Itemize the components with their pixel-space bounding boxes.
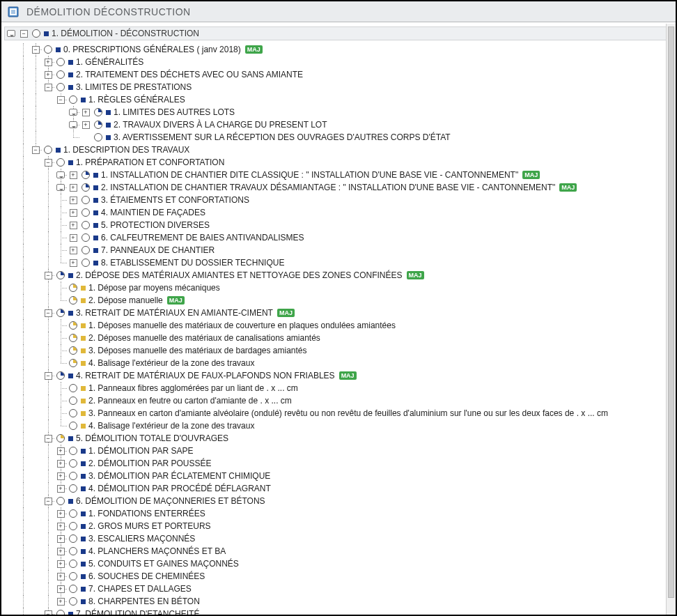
tree-item[interactable]: + 5. PROTECTION DIVERSES — [4, 219, 673, 231]
tree-item[interactable]: + 1. DÉMOLITION PAR SAPE — [4, 445, 673, 457]
tree-item[interactable]: + 3. ESCALIERS MAÇONNÉS — [4, 532, 673, 545]
expand-toggle[interactable]: + — [70, 259, 77, 267]
tree-item-label: 8. CHARPENTES EN BÉTON — [86, 596, 200, 606]
tree-item[interactable]: + 2. TRAITEMENT DES DÉCHETS AVEC OU SANS… — [4, 68, 673, 81]
tree-item-label: 2. INSTALLATION DE CHANTIER TRAVAUX DÉSA… — [101, 183, 555, 192]
expand-toggle[interactable]: + — [57, 472, 65, 480]
node-marker — [81, 549, 86, 554]
collapse-toggle[interactable]: − — [45, 309, 52, 317]
tree-item[interactable]: − 6. DÉMOLITION DE MAÇONNERIES ET BÉTONS — [4, 495, 673, 507]
tree-item[interactable]: + 1. FONDATIONS ENTERRÉES — [4, 507, 673, 520]
tree-item[interactable]: − 3. RETRAIT DE MATÉRIAUX EN AMIANTE-CIM… — [4, 307, 673, 319]
expand-toggle[interactable]: + — [70, 247, 77, 254]
expand-toggle[interactable]: + — [57, 560, 65, 568]
tree-item[interactable]: + 7. CHAPES ET DALLAGES — [4, 583, 673, 595]
expand-toggle[interactable]: + — [70, 171, 77, 179]
tree-item[interactable]: 1. Dépose par moyens mécaniques — [4, 282, 673, 294]
expand-toggle[interactable]: + — [57, 573, 65, 580]
tree-item[interactable]: + 2. TRAVAUX DIVERS À LA CHARGE DU PRESE… — [4, 118, 673, 131]
expand-toggle[interactable]: + — [57, 548, 65, 555]
expand-toggle[interactable]: + — [45, 59, 52, 66]
expand-toggle[interactable]: + — [82, 121, 90, 129]
expand-toggle[interactable]: + — [70, 184, 77, 192]
node-status-icon — [81, 171, 90, 179]
tree-item[interactable]: + 5. CONDUITS ET GAINES MAÇONNÉS — [4, 557, 673, 570]
expand-toggle[interactable]: + — [70, 234, 77, 242]
tree-item[interactable]: 3. AVERTISSEMENT SUR LA RÉCEPTION DES OU… — [4, 131, 673, 144]
book-icon — [7, 5, 21, 19]
collapse-toggle[interactable]: − — [45, 498, 52, 505]
tree-item[interactable]: 1. Panneaux fibres agglomérées par un li… — [4, 382, 673, 394]
collapse-toggle[interactable]: − — [45, 435, 52, 442]
maj-badge: MAJ — [245, 45, 263, 54]
tree-item[interactable]: + 6. SOUCHES DE CHEMINÉES — [4, 570, 673, 583]
maj-badge: MAJ — [407, 271, 424, 279]
tree-item[interactable]: 2. Panneaux en feutre ou carton d'amiant… — [4, 394, 673, 407]
tree-item[interactable]: + 3. ÉTAIEMENTS ET CONFORTATIONS — [4, 194, 673, 206]
tree-item[interactable]: − 1. RÈGLES GÉNÉRALES — [4, 93, 673, 106]
expand-toggle[interactable]: + — [57, 460, 65, 468]
tree-item[interactable]: − 1. PRÉPARATION ET CONFORTATION — [4, 156, 673, 169]
tree-item[interactable]: 4. Balisage l'extérieur de la zone des t… — [4, 419, 673, 432]
tree-item[interactable]: + 8. CHARPENTES EN BÉTON — [4, 595, 673, 608]
scrollbar-thumb[interactable] — [668, 26, 674, 598]
tree-item[interactable]: 2. Dépose manuelleMAJ — [4, 294, 673, 307]
tree-item[interactable]: + 4. PLANCHERS MAÇONNÉS ET BA — [4, 545, 673, 557]
collapse-toggle[interactable]: − — [45, 159, 52, 167]
tree-item[interactable]: + 2. INSTALLATION DE CHANTIER TRAVAUX DÉ… — [4, 181, 673, 194]
tree-item-label: 2. TRAVAUX DIVERS À LA CHARGE DU PRESENT… — [111, 120, 327, 130]
tree-item[interactable]: 2. Déposes manuelle des matériaux de can… — [4, 332, 673, 344]
tree-item[interactable]: 3. Déposes manuelle des matériaux de bar… — [4, 344, 673, 357]
expand-toggle[interactable]: + — [57, 523, 65, 530]
tree-item[interactable]: + 6. CALFEUTREMENT DE BAIES ANTIVANDALIS… — [4, 231, 673, 244]
collapse-toggle[interactable]: − — [45, 84, 52, 91]
node-status-icon — [56, 70, 65, 79]
expand-toggle[interactable]: + — [70, 209, 77, 217]
tree-item[interactable]: − 3. LIMITES DE PRESTATIONS — [4, 81, 673, 93]
collapse-toggle[interactable]: − — [45, 272, 52, 279]
tree-item[interactable]: + 3. DÉMOLITION PAR ÉCLATEMENT CHIMIQUE — [4, 470, 673, 482]
tree-item[interactable]: + 7. PANNEAUX DE CHANTIER — [4, 244, 673, 256]
collapse-toggle[interactable]: − — [45, 610, 52, 617]
collapse-toggle[interactable]: − — [57, 96, 65, 104]
expand-toggle[interactable]: + — [57, 598, 65, 606]
tree-item[interactable]: + 8. ETABLISSEMENT DU DOSSIER TECHNIQUE — [4, 256, 673, 269]
expand-toggle[interactable]: + — [45, 71, 52, 79]
expand-toggle[interactable]: + — [57, 535, 65, 543]
tree-item[interactable]: − 0. PRESCRIPTIONS GÉNÉRALES ( janv 2018… — [4, 43, 673, 56]
tree-item[interactable]: + 4. MAINTIEN DE FAÇADES — [4, 206, 673, 219]
tree-item[interactable]: + 1. GÉNÉRALITÉS — [4, 56, 673, 68]
collapse-toggle[interactable]: − — [20, 30, 28, 38]
tree-item[interactable]: + 1. INSTALLATION DE CHANTIER DITE CLASS… — [4, 169, 673, 181]
tree-root[interactable]: − 1. DÉMOLITION - DÉCONSTRUCTION — [4, 26, 673, 40]
collapse-toggle[interactable]: − — [32, 46, 40, 54]
tree-item[interactable]: + 2. DÉMOLITION PAR POUSSÉE — [4, 457, 673, 470]
tree-item[interactable]: 1. Déposes manuelle des matériaux de cou… — [4, 319, 673, 332]
expand-toggle[interactable]: + — [57, 447, 65, 455]
tree-item[interactable]: − 2. DÉPOSE DES MATÉRIAUX AMIANTES ET NE… — [4, 269, 673, 282]
expand-toggle[interactable]: + — [57, 485, 65, 493]
node-marker — [93, 248, 98, 253]
tree-item[interactable]: − 7. DÉMOLITION D'ETANCHEITÉ — [4, 608, 673, 616]
tree-item[interactable]: − 5. DÉMOLITION TOTALE D'OUVRAGES — [4, 432, 673, 445]
expand-toggle[interactable]: + — [82, 109, 90, 116]
node-marker — [81, 511, 86, 516]
node-marker — [81, 486, 86, 491]
tree-item[interactable]: − 4. RETRAIT DE MATÉRIAUX DE FAUX-PLAFON… — [4, 369, 673, 382]
tree-item[interactable]: + 1. LIMITES DES AUTRES LOTS — [4, 106, 673, 118]
collapse-toggle[interactable]: − — [32, 146, 40, 154]
collapse-toggle[interactable]: − — [45, 372, 52, 380]
expand-toggle[interactable]: + — [70, 197, 77, 204]
expand-toggle[interactable]: + — [70, 222, 77, 229]
tree-item[interactable]: 3. Panneaux en carton d'amiante alvéolai… — [4, 407, 673, 419]
node-marker — [56, 148, 61, 153]
node-marker — [68, 612, 73, 617]
tree-item[interactable]: − 1. DESCRIPTION DES TRAVAUX — [4, 144, 673, 156]
node-marker — [81, 599, 86, 604]
expand-toggle[interactable]: + — [57, 585, 65, 593]
tree-item[interactable]: 4. Balisage l'extérieur de la zone des t… — [4, 357, 673, 369]
tree-item[interactable]: + 4. DÉMOLITION PAR PROCÉDÉ DÉFLAGRANT — [4, 482, 673, 495]
expand-toggle[interactable]: + — [57, 510, 65, 518]
tree-item[interactable]: + 2. GROS MURS ET PORTEURS — [4, 520, 673, 532]
vertical-scrollbar[interactable] — [666, 24, 676, 615]
